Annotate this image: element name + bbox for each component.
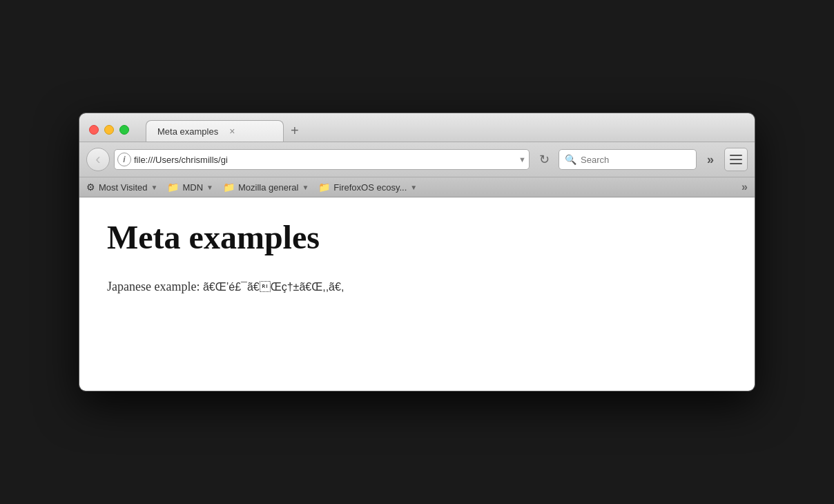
bookmark-mdn-label: MDN xyxy=(182,182,203,193)
bookmark-firefoxos[interactable]: 📁 FirefoxOS ecosy... ▼ xyxy=(318,182,417,193)
bookmark-mozilla-general[interactable]: 📁 Mozilla general ▼ xyxy=(223,182,309,193)
firefoxos-arrow-icon: ▼ xyxy=(410,184,417,191)
firefoxos-folder-icon: 📁 xyxy=(318,182,330,193)
menu-line-2 xyxy=(730,159,742,160)
minimize-button[interactable] xyxy=(104,125,114,135)
mozilla-general-arrow-icon: ▼ xyxy=(302,184,309,191)
back-button[interactable]: ‹ xyxy=(86,148,110,171)
bookmark-most-visited[interactable]: ⚙ Most Visited ▼ xyxy=(86,182,157,193)
menu-button[interactable] xyxy=(724,148,748,171)
mdn-folder-icon: 📁 xyxy=(167,182,179,193)
garbled-text: ã€Œ’é£¯ã€Œç†±ã€Œ,,ã€, xyxy=(203,281,344,293)
active-tab[interactable]: Meta examples × xyxy=(146,120,284,142)
mozilla-general-folder-icon: 📁 xyxy=(223,182,235,193)
close-button[interactable] xyxy=(89,125,99,135)
address-input[interactable] xyxy=(134,155,516,165)
address-bar-container: i ▼ xyxy=(114,149,530,170)
reload-button[interactable]: ↻ xyxy=(534,149,554,170)
bookmark-mozilla-general-label: Mozilla general xyxy=(238,182,298,193)
window-controls xyxy=(79,125,139,142)
search-input[interactable] xyxy=(581,155,690,165)
most-visited-arrow-icon: ▼ xyxy=(151,184,158,191)
info-icon: i xyxy=(123,155,125,164)
info-button[interactable]: i xyxy=(117,153,131,166)
back-icon: ‹ xyxy=(95,151,100,168)
menu-line-1 xyxy=(730,155,742,156)
address-dropdown-icon[interactable]: ▼ xyxy=(518,155,526,164)
maximize-button[interactable] xyxy=(119,125,129,135)
tab-title: Meta examples xyxy=(157,126,218,137)
paragraph-label: Japanese example: xyxy=(107,280,203,293)
bookmark-firefoxos-label: FirefoxOS ecosy... xyxy=(333,182,407,193)
tab-close-icon[interactable]: × xyxy=(229,126,235,137)
title-bar: Meta examples × + xyxy=(79,113,755,142)
tabs-area: Meta examples × + xyxy=(139,120,755,142)
search-icon: 🔍 xyxy=(565,154,576,165)
menu-line-3 xyxy=(730,163,742,164)
overflow-icon: » xyxy=(707,153,714,167)
bookmark-mdn[interactable]: 📁 MDN ▼ xyxy=(167,182,213,193)
bookmarks-bar: ⚙ Most Visited ▼ 📁 MDN ▼ 📁 Mozilla gener… xyxy=(79,177,755,197)
search-bar: 🔍 xyxy=(559,149,697,170)
page-heading: Meta examples xyxy=(107,218,727,256)
new-tab-button[interactable]: + xyxy=(284,124,306,142)
bookmark-most-visited-label: Most Visited xyxy=(99,182,148,193)
browser-window: Meta examples × + ‹ i ▼ ↻ 🔍 » xyxy=(79,113,755,391)
reload-icon: ↻ xyxy=(539,152,550,167)
toolbar-overflow-button[interactable]: » xyxy=(701,150,720,169)
page-content: Meta examples Japanese example: ã€Œ’é£¯ã… xyxy=(79,197,755,391)
most-visited-icon: ⚙ xyxy=(86,182,95,193)
mdn-arrow-icon: ▼ xyxy=(206,184,213,191)
page-paragraph: Japanese example: ã€Œ’é£¯ã€Œç†±ã€Œ,,ã€, xyxy=(107,277,727,297)
bookmarks-overflow-button[interactable]: » xyxy=(741,181,748,193)
toolbar: ‹ i ▼ ↻ 🔍 » xyxy=(79,142,755,177)
